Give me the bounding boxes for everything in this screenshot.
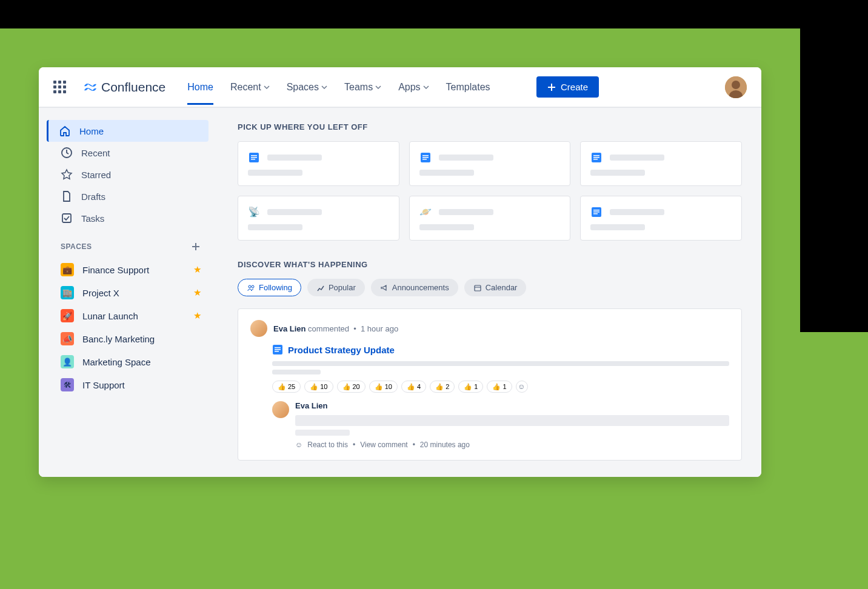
user-avatar[interactable] xyxy=(725,76,747,98)
plus-icon xyxy=(547,83,556,92)
nav-teams-label: Teams xyxy=(344,82,373,93)
activity-card: Eva Lien commented • 1 hour ago Product … xyxy=(238,308,742,461)
star-icon xyxy=(61,168,73,181)
svg-rect-7 xyxy=(251,157,257,158)
svg-point-22 xyxy=(252,285,254,288)
add-space-icon[interactable] xyxy=(190,241,201,252)
star-empty-icon[interactable]: ★ xyxy=(193,379,201,390)
sidebar-drafts-label: Drafts xyxy=(81,191,105,202)
nav-home[interactable]: Home xyxy=(187,70,213,105)
space-finance-support[interactable]: 💼 Finance Support ★ xyxy=(39,258,218,281)
page-icon xyxy=(272,344,283,355)
chevron-down-icon xyxy=(321,84,327,90)
reply-avatar[interactable] xyxy=(272,401,289,418)
author-avatar[interactable] xyxy=(250,320,267,337)
reaction-pill[interactable]: 👍4 xyxy=(401,381,426,393)
app-switcher-icon[interactable] xyxy=(53,81,66,93)
reaction-pill[interactable]: 👍10 xyxy=(369,381,398,393)
app-window: Confluence Home Recent Spaces Teams Apps… xyxy=(39,67,761,477)
nav-teams[interactable]: Teams xyxy=(344,70,381,105)
space-icon: 👤 xyxy=(61,355,74,368)
reply-placeholder xyxy=(295,415,729,436)
recent-page-card[interactable] xyxy=(580,196,742,241)
space-label: IT Support xyxy=(82,380,125,390)
space-icon: 🚀 xyxy=(61,309,74,322)
space-icon: 🛠 xyxy=(61,378,74,391)
filter-label: Popular xyxy=(329,283,356,292)
svg-rect-4 xyxy=(62,214,71,222)
create-button-label: Create xyxy=(561,82,588,92)
reaction-pill[interactable]: 👍1 xyxy=(487,381,512,393)
filter-following[interactable]: Following xyxy=(238,279,301,296)
sidebar: Home Recent Starred Drafts Tasks SPACES xyxy=(39,108,218,477)
spaces-header-label: SPACES xyxy=(61,242,92,251)
nav-spaces[interactable]: Spaces xyxy=(287,70,327,105)
planet-icon: 🪐 xyxy=(419,206,432,218)
space-bancly-marketing[interactable]: 📣 Banc.ly Marketing ★ xyxy=(39,327,218,350)
svg-rect-23 xyxy=(475,285,481,291)
recent-page-card[interactable] xyxy=(409,141,571,186)
discover-section-title: DISCOVER WHAT'S HAPPENING xyxy=(238,260,742,269)
sidebar-tasks[interactable]: Tasks xyxy=(48,207,209,229)
nav-apps[interactable]: Apps xyxy=(398,70,429,105)
recent-page-card[interactable]: 🪐 xyxy=(409,196,571,241)
main-content: PICK UP WHERE YOU LEFT OFF 📡 xyxy=(218,108,761,477)
filter-popular[interactable]: Popular xyxy=(307,279,365,296)
reaction-pill[interactable]: 👍20 xyxy=(337,381,366,393)
nav-templates[interactable]: Templates xyxy=(446,70,490,105)
page-title: Product Strategy Update xyxy=(288,345,395,355)
space-project-x[interactable]: 🏬 Project X ★ xyxy=(39,281,218,304)
main-body: Home Recent Starred Drafts Tasks SPACES xyxy=(39,108,761,477)
view-comment-action[interactable]: View comment xyxy=(360,441,407,449)
svg-rect-16 xyxy=(593,159,598,160)
space-it-support[interactable]: 🛠 IT Support ★ xyxy=(39,373,218,396)
filter-announcements[interactable]: Announcements xyxy=(371,279,458,296)
content-placeholder xyxy=(272,370,729,374)
megaphone-icon xyxy=(380,284,389,292)
sidebar-starred[interactable]: Starred xyxy=(48,164,209,185)
sidebar-home[interactable]: Home xyxy=(47,120,209,142)
sidebar-recent[interactable]: Recent xyxy=(48,142,209,164)
recent-page-card[interactable]: 📡 xyxy=(238,196,399,241)
create-button[interactable]: Create xyxy=(536,76,599,98)
reaction-pill[interactable]: 👍10 xyxy=(304,381,333,393)
activity-action: commented xyxy=(308,324,349,333)
svg-rect-25 xyxy=(275,347,281,348)
nav-apps-label: Apps xyxy=(398,82,420,93)
filter-calendar[interactable]: Calendar xyxy=(464,279,527,296)
star-empty-icon[interactable]: ★ xyxy=(193,333,201,344)
space-icon: 📣 xyxy=(61,332,74,345)
recent-page-card[interactable] xyxy=(580,141,742,186)
reaction-pill[interactable]: 👍1 xyxy=(458,381,483,393)
topbar: Confluence Home Recent Spaces Teams Apps… xyxy=(39,67,761,108)
reaction-pill[interactable]: 👍2 xyxy=(430,381,455,393)
space-lunar-launch[interactable]: 🚀 Lunar Launch ★ xyxy=(39,304,218,327)
reply-author-name[interactable]: Eva Lien xyxy=(295,401,729,410)
star-filled-icon[interactable]: ★ xyxy=(193,310,201,321)
sidebar-drafts[interactable]: Drafts xyxy=(48,185,209,207)
space-marketing-space[interactable]: 👤 Marketing Space ★ xyxy=(39,350,218,373)
activity-page-link[interactable]: Product Strategy Update xyxy=(272,344,729,355)
reply-actions: ☺ React to this • View comment • 20 minu… xyxy=(295,441,729,449)
reply-time: 20 minutes ago xyxy=(420,441,470,449)
star-empty-icon[interactable]: ★ xyxy=(193,356,201,367)
nav-recent-label: Recent xyxy=(230,82,261,93)
star-filled-icon[interactable]: ★ xyxy=(193,287,201,298)
nav-templates-label: Templates xyxy=(446,82,490,93)
space-label: Project X xyxy=(82,288,119,298)
brand-name: Confluence xyxy=(101,80,165,95)
page-icon xyxy=(248,151,260,164)
svg-rect-15 xyxy=(593,157,599,158)
nav-recent[interactable]: Recent xyxy=(230,70,270,105)
star-filled-icon[interactable]: ★ xyxy=(193,264,201,275)
reaction-pill[interactable]: 👍25 xyxy=(272,381,301,393)
author-name[interactable]: Eva Lien xyxy=(273,324,305,333)
add-reaction-button[interactable]: ☺ xyxy=(516,381,528,393)
space-icon: 🏬 xyxy=(61,286,74,299)
react-icon[interactable]: ☺ xyxy=(295,441,302,449)
recent-page-card[interactable] xyxy=(238,141,399,186)
react-action[interactable]: React to this xyxy=(307,441,348,449)
sidebar-starred-label: Starred xyxy=(81,170,111,180)
confluence-logo[interactable]: Confluence xyxy=(83,80,165,95)
nav-spaces-label: Spaces xyxy=(287,82,319,93)
